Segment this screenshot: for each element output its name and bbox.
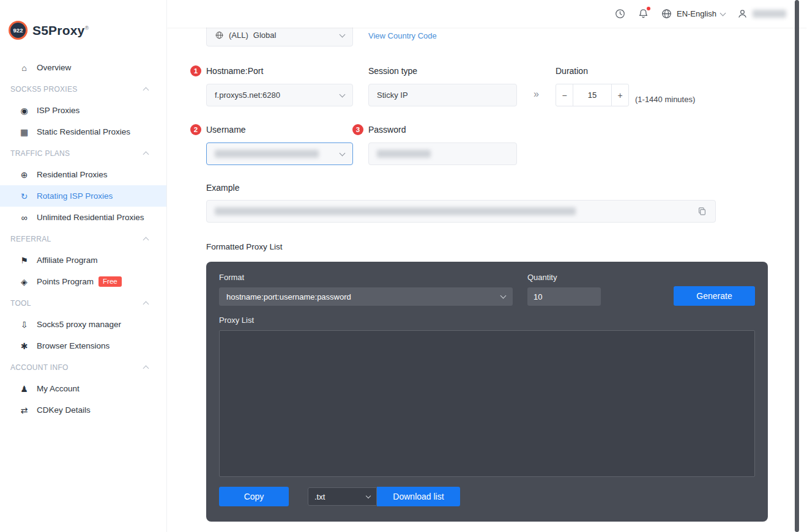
- chevron-down-icon: [340, 31, 346, 37]
- session-type-value: Sticky IP: [377, 91, 408, 100]
- generate-button[interactable]: Generate: [674, 286, 755, 306]
- section-label: REFERRAL: [10, 235, 51, 243]
- download-list-button[interactable]: Download list: [377, 487, 460, 506]
- chevron-down-icon: [340, 91, 346, 97]
- globe-icon: [661, 8, 672, 20]
- chevron-up-icon: [143, 237, 149, 243]
- chevron-up-icon: [143, 87, 149, 94]
- sidebar-item-label: My Account: [37, 384, 80, 393]
- hostname-label: Hostname:Port: [206, 66, 263, 76]
- duration-stepper: − 15 +: [556, 84, 629, 106]
- duration-value[interactable]: 15: [573, 84, 612, 106]
- sidebar-item-label: Static Residential Proxies: [37, 127, 130, 136]
- logo-text: S5Proxy: [32, 23, 84, 37]
- sidebar-section-referral[interactable]: REFERRAL: [0, 228, 166, 249]
- logo-name: S5Proxy®: [32, 23, 89, 38]
- hostname-label-row: 1 Hostname:Port: [206, 65, 353, 76]
- proxy-list-label: Proxy List: [219, 316, 755, 325]
- example-label: Example: [206, 182, 807, 193]
- format-select[interactable]: hostname:port:username:password: [219, 287, 513, 306]
- sidebar-item-label: Overview: [37, 63, 71, 72]
- copy-button[interactable]: Copy: [219, 487, 289, 506]
- duration-plus-button[interactable]: +: [612, 84, 628, 106]
- username-select[interactable]: [206, 142, 353, 165]
- sidebar-item-isp-proxies[interactable]: ◉ ISP Proxies: [0, 100, 166, 121]
- view-country-code-link[interactable]: View Country Code: [368, 31, 437, 40]
- coins-icon: ◈: [19, 277, 29, 287]
- swap-icon: ⇄: [19, 405, 29, 415]
- location-pin-icon: ◉: [19, 106, 29, 116]
- sidebar-item-label: Browser Extensions: [37, 341, 110, 350]
- sidebar-item-points-program[interactable]: ◈ Points Program Free: [0, 271, 166, 292]
- quantity-input[interactable]: [527, 287, 601, 306]
- sidebar-item-label: Socks5 proxy manager: [37, 320, 121, 329]
- session-type-label: Session type: [368, 65, 517, 76]
- formatted-proxy-list-title: Formatted Proxy List: [206, 242, 807, 251]
- session-type-select[interactable]: Sticky IP: [368, 84, 517, 106]
- proxy-list-textarea[interactable]: [219, 330, 755, 477]
- hostname-port-value: f.proxys5.net:6280: [215, 91, 280, 100]
- sidebar-item-label: CDKey Details: [37, 405, 91, 415]
- step-3-badge: 3: [352, 124, 363, 135]
- user-icon: [737, 8, 748, 20]
- sidebar-item-overview[interactable]: ⌂ Overview: [0, 57, 166, 78]
- chevron-up-icon: [143, 366, 149, 372]
- filetype-select[interactable]: .txt: [308, 487, 377, 506]
- sidebar-item-my-account[interactable]: ♟ My Account: [0, 378, 166, 399]
- country-value: Global: [253, 31, 277, 40]
- sidebar-item-label: Affiliate Program: [37, 256, 98, 265]
- account-menu[interactable]: [737, 8, 786, 20]
- app-logo[interactable]: 922 S5Proxy®: [0, 0, 166, 53]
- password-field[interactable]: [368, 142, 517, 165]
- sidebar-item-rotating-isp-proxies[interactable]: ↻ Rotating ISP Proxies: [0, 185, 166, 207]
- username-label-row: 2 Username: [206, 124, 353, 135]
- sidebar-menu: ⌂ Overview SOCKS5 PROXIES ◉ ISP Proxies …: [0, 57, 166, 421]
- password-label: Password: [368, 125, 406, 135]
- example-value-masked: [215, 207, 576, 215]
- duration-minus-button[interactable]: −: [556, 84, 573, 106]
- username-value-masked: [215, 150, 319, 158]
- formatted-proxy-list-panel: Format hostname:port:username:password Q…: [206, 262, 768, 522]
- section-label: TRAFFIC PLANS: [10, 149, 70, 158]
- sidebar-item-residential-proxies[interactable]: ⊕ Residential Proxies: [0, 164, 166, 185]
- bell-icon[interactable]: [638, 8, 649, 20]
- language-selector[interactable]: EN-English: [661, 8, 725, 20]
- example-field[interactable]: [206, 200, 716, 223]
- hostname-port-select[interactable]: f.proxys5.net:6280: [206, 84, 353, 106]
- sidebar-item-label: Unlimited Residential Proxies: [37, 213, 144, 222]
- copy-icon[interactable]: [697, 206, 707, 216]
- country-select[interactable]: (ALL) Global: [206, 28, 353, 46]
- username-label: Username: [206, 125, 246, 135]
- duration-label: Duration: [556, 65, 695, 76]
- step-1-badge: 1: [190, 65, 201, 76]
- home-icon: ⌂: [19, 63, 29, 73]
- sidebar-section-socks5-proxies[interactable]: SOCKS5 PROXIES: [0, 78, 166, 100]
- chevron-up-icon: [143, 301, 149, 308]
- extension-icon: ✱: [19, 341, 29, 351]
- rotate-icon: ↻: [19, 191, 29, 201]
- language-label: EN-English: [677, 9, 716, 18]
- sidebar-item-browser-extensions[interactable]: ✱ Browser Extensions: [0, 335, 166, 357]
- sidebar-item-affiliate-program[interactable]: ⚑ Affiliate Program: [0, 249, 166, 271]
- infinity-icon: ∞: [19, 213, 29, 223]
- sidebar-item-cdkey-details[interactable]: ⇄ CDKey Details: [0, 399, 166, 421]
- notification-dot: [647, 7, 650, 10]
- download-icon: ⇩: [19, 320, 29, 330]
- section-label: SOCKS5 PROXIES: [10, 85, 78, 94]
- sidebar-item-socks5-proxy-manager[interactable]: ⇩ Socks5 proxy manager: [0, 314, 166, 335]
- vertical-scrollbar[interactable]: [795, 0, 799, 532]
- sidebar-section-tool[interactable]: TOOL: [0, 292, 166, 314]
- chevron-up-icon: [143, 152, 149, 158]
- sidebar-item-label: ISP Proxies: [37, 106, 80, 115]
- sidebar-section-traffic-plans[interactable]: TRAFFIC PLANS: [0, 142, 166, 164]
- registered-mark: ®: [84, 25, 89, 31]
- globe-shield-icon: ⊕: [19, 170, 29, 180]
- sidebar-item-static-residential[interactable]: ▦ Static Residential Proxies: [0, 121, 166, 142]
- sidebar-section-account-info[interactable]: ACCOUNT INFO: [0, 357, 166, 378]
- building-icon: ▦: [19, 127, 29, 137]
- chevron-down-icon: [340, 150, 346, 156]
- step-2-badge: 2: [190, 124, 201, 135]
- history-icon[interactable]: [614, 8, 626, 20]
- sidebar-item-unlimited-residential[interactable]: ∞ Unlimited Residential Proxies: [0, 207, 166, 228]
- account-name-masked: [753, 10, 786, 18]
